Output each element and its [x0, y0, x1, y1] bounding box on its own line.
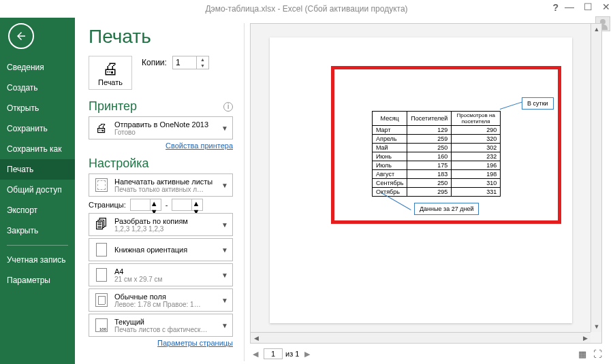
- preview-viewport: В сутки Месяц Посетителей Просмотров на …: [250, 23, 602, 344]
- settings-section-label: Настройка: [89, 156, 233, 171]
- sidebar-item-close[interactable]: Закрыть: [0, 220, 75, 241]
- pages-from-input[interactable]: [131, 199, 150, 210]
- collate-dropdown[interactable]: 🗐 Разобрать по копиям 1,2,3 1,2,3 1,2,3 …: [89, 213, 233, 236]
- prev-page-btn[interactable]: ◀: [250, 348, 261, 359]
- preview-vscrollbar[interactable]: ▲ ▼: [591, 24, 601, 332]
- sidebar-item-share[interactable]: Общий доступ: [0, 180, 75, 200]
- sidebar-item-export[interactable]: Экспорт: [0, 200, 75, 220]
- scroll-left-btn[interactable]: ◀: [251, 333, 262, 344]
- print-what-label: Напечатать активные листы: [114, 178, 215, 186]
- margins-sub: Левое: 1.78 см Правое: 1…: [114, 301, 215, 308]
- sidebar-item-save[interactable]: Сохранить: [0, 118, 75, 139]
- printer-status-icon: 🖨: [93, 120, 110, 136]
- callout-per-day: В сутки: [522, 97, 554, 110]
- title-bar: Дэмо-таблица.xlsx - Excel (Сбой активаци…: [0, 0, 613, 18]
- print-preview-panel: В сутки Месяц Посетителей Просмотров на …: [244, 23, 602, 361]
- scaling-label: Текущий: [114, 318, 215, 326]
- collate-sub: 1,2,3 1,2,3 1,2,3: [114, 225, 215, 233]
- chevron-down-icon: ▼: [220, 297, 230, 304]
- printer-section-label: Принтер: [89, 99, 137, 114]
- table-row: Июль175196: [373, 161, 501, 170]
- sheets-icon: [93, 177, 110, 193]
- page-setup-link[interactable]: Параметры страницы: [89, 339, 233, 347]
- margins-dropdown[interactable]: Обычные поля Левое: 1.78 см Правое: 1… ▼: [89, 288, 233, 312]
- page-title: Печать: [89, 26, 233, 48]
- backstage-sidebar: Сведения Создать Открыть Сохранить Сохра…: [0, 18, 75, 364]
- page-number-input[interactable]: [264, 348, 283, 359]
- next-page-btn[interactable]: ▶: [302, 348, 313, 359]
- sidebar-separator: [7, 245, 68, 246]
- table-row: Апрель259320: [373, 135, 501, 144]
- callout-27-days: Данные за 27 дней: [414, 203, 479, 215]
- scroll-down-btn[interactable]: ▼: [591, 321, 602, 332]
- scaling-sub: Печать листов с фактическ…: [114, 326, 215, 333]
- copies-label: Копии:: [142, 58, 167, 67]
- help-icon[interactable]: ?: [552, 2, 559, 13]
- chevron-down-icon: ▼: [220, 125, 230, 132]
- collate-icon: 🗐: [93, 216, 110, 233]
- paper-label: A4: [114, 267, 215, 276]
- chevron-down-icon: ▼: [220, 221, 230, 229]
- minimize-button[interactable]: —: [565, 1, 574, 12]
- printer-dropdown[interactable]: 🖨 Отправить в OneNote 2013 Готово ▼: [89, 116, 233, 139]
- window-title: Дэмо-таблица.xlsx - Excel (Сбой активаци…: [205, 4, 407, 14]
- preview-table: Месяц Посетителей Просмотров на посетите…: [372, 111, 501, 197]
- pages-to-input[interactable]: [172, 199, 191, 210]
- window-controls: — ☐ ✕: [565, 1, 610, 12]
- copies-down[interactable]: ▼: [197, 63, 208, 69]
- chevron-down-icon: ▼: [220, 322, 230, 329]
- sidebar-item-open[interactable]: Открыть: [0, 98, 75, 118]
- table-row: Март129290: [373, 126, 501, 135]
- orientation-label: Книжная ориентация: [114, 246, 215, 254]
- close-button[interactable]: ✕: [602, 1, 610, 12]
- zoom-to-page-icon[interactable]: ⛶: [593, 349, 602, 359]
- chevron-down-icon: ▼: [220, 182, 230, 189]
- print-what-sub: Печать только активных л…: [114, 186, 215, 193]
- copies-spinner[interactable]: ▲▼: [172, 56, 209, 69]
- scroll-up-btn[interactable]: ▲: [591, 24, 602, 35]
- sidebar-item-new[interactable]: Создать: [0, 78, 75, 98]
- copies-up[interactable]: ▲: [197, 56, 208, 63]
- printer-status: Готово: [114, 129, 215, 136]
- chevron-down-icon: ▼: [220, 271, 230, 279]
- preview-hscrollbar[interactable]: ◀ ▶: [251, 332, 591, 343]
- pages-to-spinner[interactable]: ▲▼: [172, 199, 203, 211]
- table-row: Май250302: [373, 144, 501, 152]
- margins-label: Обычные поля: [114, 293, 215, 301]
- sidebar-item-info[interactable]: Сведения: [0, 57, 75, 78]
- sidebar-item-account[interactable]: Учетная запись: [0, 250, 75, 270]
- table-row: Октябрь295331: [373, 188, 501, 197]
- print-button[interactable]: 🖨 Печать: [89, 56, 132, 90]
- printer-name: Отправить в OneNote 2013: [114, 120, 215, 129]
- printer-icon: 🖨: [89, 61, 131, 77]
- show-margins-icon[interactable]: ▦: [578, 349, 586, 359]
- table-row: Сентябрь250310: [373, 179, 501, 188]
- orientation-dropdown[interactable]: Книжная ориентация ▼: [89, 238, 233, 261]
- margins-icon: [93, 292, 110, 308]
- back-button[interactable]: [8, 23, 34, 49]
- printer-info-icon[interactable]: i: [223, 102, 233, 112]
- orientation-icon: [93, 242, 110, 258]
- restore-button[interactable]: ☐: [584, 1, 593, 12]
- chevron-down-icon: ▼: [220, 246, 230, 254]
- sidebar-item-print[interactable]: Печать: [0, 159, 75, 180]
- sidebar-item-saveas[interactable]: Сохранить как: [0, 139, 75, 159]
- pages-from-spinner[interactable]: ▲▼: [130, 199, 161, 211]
- scaling-icon: 100: [93, 317, 110, 333]
- pages-dash: -: [166, 201, 168, 209]
- print-settings-panel: Печать 🖨 Печать Копии: ▲▼ Принтер i: [89, 23, 233, 361]
- print-what-dropdown[interactable]: Напечатать активные листы Печать только …: [89, 173, 233, 197]
- scaling-dropdown[interactable]: 100 Текущий Печать листов с фактическ… ▼: [89, 314, 233, 337]
- paper-sub: 21 см x 29.7 см: [114, 276, 215, 283]
- sidebar-item-options[interactable]: Параметры: [0, 270, 75, 291]
- print-button-label: Печать: [89, 78, 131, 86]
- col-views: Просмотров на посетителя: [452, 112, 501, 126]
- paper-size-dropdown[interactable]: A4 21 см x 29.7 см ▼: [89, 263, 233, 286]
- scroll-right-btn[interactable]: ▶: [580, 333, 591, 344]
- copies-input[interactable]: [173, 56, 196, 69]
- table-row: Август183198: [373, 170, 501, 179]
- col-month: Месяц: [373, 112, 407, 126]
- pages-label: Страницы:: [89, 201, 126, 209]
- preview-footer: ◀ из 1 ▶ ▦ ⛶: [250, 346, 602, 361]
- printer-properties-link[interactable]: Свойства принтера: [89, 142, 233, 150]
